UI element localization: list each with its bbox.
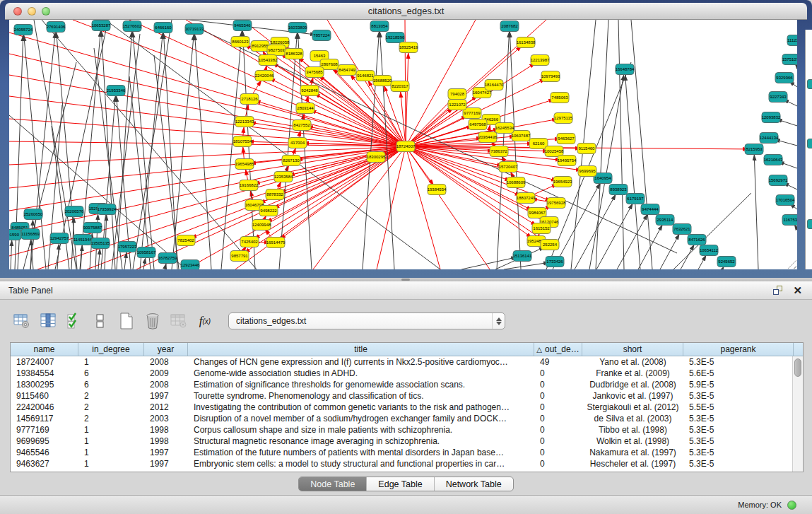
table-cell[interactable]: Franke et al. (2009) [582,368,683,379]
table-cell[interactable]: 9115460 [11,390,78,402]
graph-edge[interactable] [221,25,242,269]
table-cell[interactable]: 2008 [144,379,188,390]
table-cell[interactable]: 1 [78,356,144,368]
table-cell[interactable]: 2 [78,402,144,413]
tab-edge-table[interactable]: Edge Table [367,477,434,491]
table-cell[interactable]: 9699695 [11,436,78,447]
table-cell[interactable]: de Silva et al. (2003) [582,413,683,424]
column-header-year[interactable]: year [144,343,188,356]
table-cell[interactable]: 1998 [144,424,188,436]
graph-edge[interactable] [242,25,255,269]
table-cell[interactable]: Yano et al. (2008) [582,356,683,368]
table-cell[interactable]: Genome-wide association studies in ADHD. [188,368,534,379]
table-cell[interactable]: Jankovic et al. (1997) [582,390,683,402]
table-cell[interactable]: 22420046 [11,402,78,413]
graph-edge[interactable] [406,47,408,146]
table-row[interactable]: 946362711997Embryonic stem cells: a mode… [11,458,803,469]
table-cell[interactable]: 0 [534,436,582,447]
table-cell[interactable]: Tourette syndrome. Phenomenology and cla… [188,390,534,402]
graph-edge[interactable] [129,20,406,146]
table-cell[interactable]: 0 [534,424,582,436]
graph-edge[interactable] [406,146,440,269]
table-row[interactable]: 1830029562008Estimation of significance … [11,379,803,390]
table-cell[interactable]: 0 [534,447,582,458]
graph-edge[interactable] [596,199,635,269]
table-cell[interactable]: 0 [534,413,582,424]
table-cell[interactable]: Stergiakouli et al. (2012) [582,402,683,413]
new-document-icon[interactable] [116,310,137,332]
table-cell[interactable]: 2012 [144,402,188,413]
table-selector[interactable]: citations_edges.txt [228,313,505,329]
graph-edge[interactable] [406,146,563,182]
table-cell[interactable]: Tibbo et al. (1998) [582,424,683,436]
table-row[interactable]: 911546021997Tourette syndrome. Phenomeno… [11,390,803,402]
table-cell[interactable]: 5.9E-5 [683,379,794,390]
select-columns-icon[interactable] [37,310,59,332]
float-panel-icon[interactable] [773,286,783,296]
table-cell[interactable]: Disruption of a novel member of a sodium… [188,413,534,424]
table-cell[interactable]: Embryonic stem cells: a model to study s… [188,458,534,469]
graph-edge[interactable] [129,76,151,269]
divider-handle-icon[interactable] [401,279,410,281]
graph-edge[interactable] [9,75,406,146]
table-cell[interactable]: 2009 [144,368,188,379]
column-header-in_degree[interactable]: in_degree [78,343,144,356]
table-row[interactable]: 2242004622012Investigating the contribut… [11,402,803,413]
table-scrollbar[interactable] [792,356,803,472]
column-header-short[interactable]: short [582,343,683,356]
table-cell[interactable]: 1997 [144,447,188,458]
table-cell[interactable]: 5.3E-5 [683,436,794,447]
table-cell[interactable]: Hescheler et al. (1997) [582,458,683,469]
table-cell[interactable]: 6 [78,379,144,390]
table-cell[interactable]: Changes of HCN gene expression and I(f) … [188,356,534,368]
table-cell[interactable]: 1998 [144,436,188,447]
graph-edge[interactable] [268,60,406,146]
graph-edge[interactable] [631,20,652,269]
graph-edge[interactable] [117,26,132,269]
table-cell[interactable]: 2 [78,390,144,402]
table-cell[interactable]: 1 [78,447,144,458]
function-builder-icon[interactable]: f(x) [194,310,216,332]
column-header-out_de[interactable]: △out_de… [534,343,582,356]
table-cell[interactable]: 18724007 [11,356,78,368]
graph-edge[interactable] [660,229,682,269]
table-cell[interactable]: 19384554 [11,368,78,379]
graph-edge[interactable] [94,48,122,269]
graph-edge[interactable] [34,20,76,269]
stepper-icon[interactable] [492,313,505,329]
graph-edge[interactable] [9,33,406,146]
table-cell[interactable]: Nakamura et al. (1997) [582,447,683,458]
checkmarks-icon[interactable] [64,310,85,332]
graph-edge[interactable] [172,29,194,269]
table-cell[interactable]: 5.3E-5 [683,424,794,436]
graph-edge[interactable] [9,146,406,233]
table-cell[interactable]: Corpus callosum shape and size in male p… [188,424,534,436]
table-cell[interactable]: 1 [78,458,144,469]
graph-edge[interactable] [406,146,490,269]
table-cell[interactable]: 1997 [144,458,188,469]
graph-edge[interactable] [9,96,406,146]
table-cell[interactable]: 1 [78,424,144,436]
table-cell[interactable]: Dudbridge et al. (2008) [582,379,683,390]
table-cell[interactable]: 5.3E-5 [683,413,794,424]
table-cell[interactable]: 2008 [144,356,188,368]
tab-node-table[interactable]: Node Table [299,477,367,491]
table-cell[interactable]: 5.6E-5 [683,368,794,379]
column-header-title[interactable]: title [188,343,534,356]
table-cell[interactable]: 14569117 [11,413,78,424]
network-canvas[interactable]: 2405572427691406106532871527660264661601… [9,20,797,269]
table-cell[interactable]: 18300295 [11,379,78,390]
table-cell[interactable]: 5.3E-5 [683,390,794,402]
table-cell[interactable]: 5.3E-5 [683,356,794,368]
table-cell[interactable]: 0 [534,458,582,469]
table-cell[interactable]: Estimation of significance thresholds fo… [188,379,534,390]
graph-edge[interactable] [754,149,758,269]
trash-icon[interactable] [142,310,163,332]
graph-edge[interactable] [313,146,406,269]
table-cell[interactable]: Wolkin et al. (1998) [582,436,683,447]
table-cell[interactable]: 5.5E-5 [683,402,794,413]
table-cell[interactable]: 5.3E-5 [683,458,794,469]
column-header-name[interactable]: name [11,343,78,356]
tab-network-table[interactable]: Network Table [435,477,513,491]
table-cell[interactable]: 9777169 [11,424,78,436]
